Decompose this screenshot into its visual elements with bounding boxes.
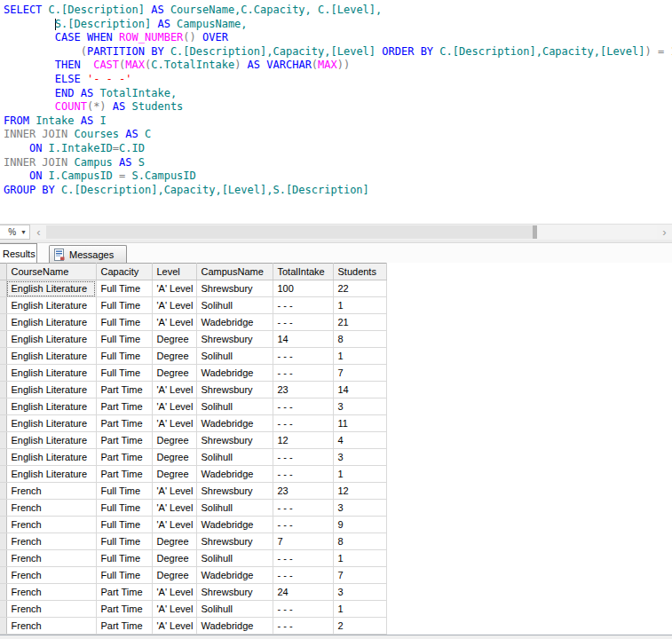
grid-cell[interactable]: Full Time [96,314,152,331]
row-selector[interactable] [0,314,6,331]
row-selector[interactable] [0,550,6,567]
grid-cell[interactable]: 1 [333,550,386,567]
grid-cell[interactable]: 4 [333,432,386,449]
editor-zoom-dropdown[interactable]: % ▼ [0,225,30,240]
grid-cell[interactable]: 'A' Level [152,280,196,297]
grid-cell[interactable]: 14 [273,331,333,348]
grid-cell[interactable]: 24 [273,584,333,601]
grid-cell[interactable]: Wadebridge [196,466,273,483]
grid-cell[interactable]: 23 [273,483,333,500]
grid-cell[interactable]: 'A' Level [152,584,196,601]
grid-cell[interactable]: Solihull [196,550,273,567]
grid-cell[interactable]: Wadebridge [196,415,273,432]
grid-cell[interactable]: Solihull [196,500,273,517]
grid-cell[interactable]: Part Time [96,618,152,635]
grid-cell[interactable]: English Literature [6,432,96,449]
grid-cell[interactable]: English Literature [6,348,96,365]
grid-cell[interactable]: - - - [273,314,333,331]
grid-cell[interactable]: Part Time [96,398,152,415]
grid-cell[interactable]: French [6,550,96,567]
row-selector[interactable] [0,415,6,432]
grid-cell[interactable]: Wadebridge [196,567,273,584]
grid-cell[interactable]: Shrewsbury [196,533,273,550]
grid-cell[interactable]: - - - [273,601,333,618]
grid-cell[interactable]: Shrewsbury [196,280,273,297]
grid-cell[interactable]: 'A' Level [152,382,196,398]
scrollbar-track[interactable] [46,225,657,239]
grid-cell[interactable]: English Literature [6,382,96,398]
sql-editor[interactable]: SELECT C.[Description] AS CourseName,C.C… [0,0,672,224]
grid-cell[interactable]: 'A' Level [152,618,196,635]
grid-cell[interactable]: Degree [152,550,196,567]
grid-cell[interactable]: Solihull [196,297,273,314]
grid-cell[interactable]: French [6,517,96,533]
grid-cell[interactable]: English Literature [6,365,96,382]
grid-cell[interactable]: Shrewsbury [196,483,273,500]
grid-cell[interactable]: Full Time [96,280,152,297]
row-selector[interactable] [0,466,6,483]
grid-cell[interactable]: Solihull [196,449,273,466]
grid-cell[interactable]: French [6,500,96,517]
grid-cell[interactable]: Full Time [96,365,152,382]
grid-cell[interactable]: Wadebridge [196,517,273,533]
grid-cell[interactable]: Degree [152,533,196,550]
row-selector[interactable] [0,432,6,449]
row-selector[interactable] [0,280,6,297]
grid-cell[interactable]: 8 [333,533,386,550]
tab-messages[interactable]: Messages [49,245,127,263]
row-selector[interactable] [0,331,6,348]
grid-cell[interactable]: 7 [273,533,333,550]
grid-cell[interactable]: Wadebridge [196,618,273,635]
grid-cell[interactable]: 'A' Level [152,297,196,314]
grid-cell[interactable]: Full Time [96,348,152,365]
grid-cell[interactable]: 23 [273,382,333,398]
scroll-left-button[interactable]: ‹ [32,225,45,240]
grid-cell[interactable]: Degree [152,466,196,483]
grid-cell[interactable]: 21 [333,314,386,331]
column-header[interactable]: Capacity [96,264,152,280]
grid-cell[interactable]: Full Time [96,550,152,567]
grid-cell[interactable]: 7 [333,567,386,584]
row-selector[interactable] [0,618,6,635]
grid-cell[interactable]: 'A' Level [152,415,196,432]
grid-cell[interactable]: Shrewsbury [196,331,273,348]
grid-cell[interactable]: 3 [333,584,386,601]
grid-cell[interactable]: 12 [333,483,386,500]
grid-cell[interactable]: English Literature [6,314,96,331]
grid-cell[interactable]: French [6,584,96,601]
grid-cell[interactable]: - - - [273,348,333,365]
grid-cell[interactable]: 1 [333,297,386,314]
row-selector[interactable] [0,601,6,618]
tab-results[interactable]: Results [0,243,37,263]
grid-cell[interactable]: - - - [273,449,333,466]
grid-cell[interactable]: 1 [333,466,386,483]
row-selector[interactable] [0,517,6,533]
grid-cell[interactable]: - - - [273,466,333,483]
grid-cell[interactable]: French [6,567,96,584]
row-selector[interactable] [0,567,6,584]
row-selector[interactable] [0,533,6,550]
grid-cell[interactable]: Solihull [196,348,273,365]
grid-cell[interactable]: 'A' Level [152,601,196,618]
grid-cell[interactable]: - - - [273,567,333,584]
grid-cell[interactable]: French [6,483,96,500]
row-selector[interactable] [0,398,6,415]
grid-cell[interactable]: - - - [273,365,333,382]
grid-cell[interactable]: Degree [152,348,196,365]
grid-cell[interactable]: Part Time [96,601,152,618]
grid-cell[interactable]: Full Time [96,533,152,550]
grid-cell[interactable]: English Literature [6,449,96,466]
grid-cell[interactable]: English Literature [6,297,96,314]
grid-cell[interactable]: 14 [333,382,386,398]
grid-cell[interactable]: - - - [273,398,333,415]
grid-cell[interactable]: 'A' Level [152,314,196,331]
grid-cell[interactable]: 'A' Level [152,398,196,415]
grid-cell[interactable]: Degree [152,365,196,382]
grid-cell[interactable]: English Literature [6,280,96,297]
grid-cell[interactable]: Part Time [96,466,152,483]
grid-cell[interactable]: 'A' Level [152,483,196,500]
grid-cell[interactable]: Wadebridge [196,314,273,331]
column-header[interactable]: Students [333,264,386,280]
grid-cell[interactable]: Part Time [96,432,152,449]
row-selector[interactable] [0,348,6,365]
